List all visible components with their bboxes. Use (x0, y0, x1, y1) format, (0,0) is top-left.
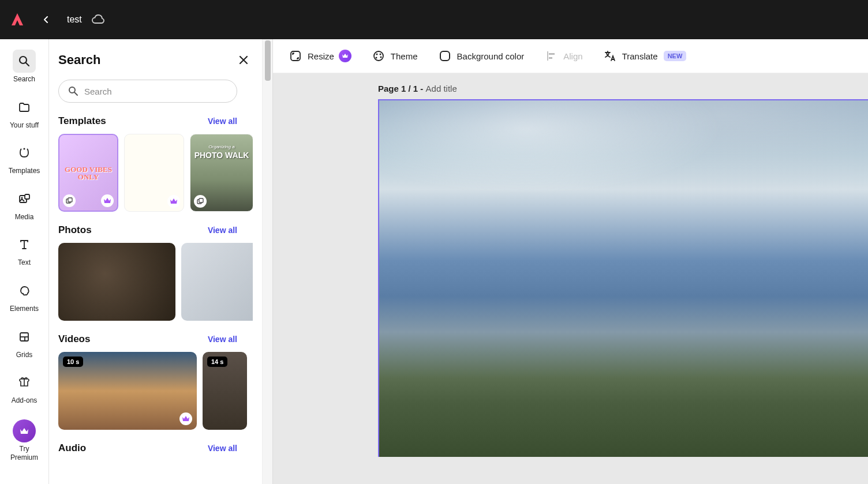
translate-button[interactable]: Translate NEW (604, 50, 687, 62)
rail-label: Templates (9, 167, 40, 176)
view-all-videos[interactable]: View all (208, 335, 237, 344)
search-icon (18, 55, 30, 67)
scrollbar-thumb[interactable] (265, 40, 271, 81)
svg-point-18 (379, 54, 381, 55)
rail-item-templates[interactable]: Templates (5, 138, 44, 181)
align-button: Align (545, 50, 582, 62)
resize-button[interactable]: Resize (289, 50, 351, 62)
svg-point-0 (20, 57, 27, 63)
premium-badge-icon (167, 195, 180, 208)
tool-label: Align (563, 51, 582, 61)
tool-label: Translate (622, 51, 658, 61)
resize-icon (289, 50, 302, 62)
rail-item-grids[interactable]: Grids (5, 322, 44, 365)
section-title-audio: Audio (58, 442, 86, 454)
tool-label: Resize (308, 51, 334, 61)
templates-row: GOOD VIBES ONLY Organizing aPHOTO WALK (58, 134, 253, 212)
media-icon (18, 193, 30, 205)
rail-label: Try Premium (5, 445, 44, 463)
svg-rect-5 (25, 194, 29, 199)
page-label[interactable]: Page 1 / 1 - Add title (378, 73, 868, 99)
rail-label: Elements (10, 305, 39, 314)
addon-icon (18, 377, 30, 388)
tool-label: Theme (391, 51, 418, 61)
svg-rect-12 (68, 198, 72, 202)
back-button[interactable] (37, 10, 55, 29)
translate-icon (604, 50, 616, 62)
template-icon (18, 147, 30, 159)
folder-icon (18, 102, 30, 113)
background-color-button[interactable]: Background color (439, 50, 525, 62)
search-input[interactable] (84, 87, 227, 96)
rail-item-search[interactable]: Search (5, 46, 44, 89)
rail-item-elements[interactable]: Elements (5, 276, 44, 318)
canvas-image[interactable] (378, 99, 868, 457)
view-all-photos[interactable]: View all (208, 226, 237, 235)
section-title-videos: Videos (58, 333, 90, 345)
rail-item-premium[interactable]: Try Premium (5, 416, 44, 467)
search-icon (68, 86, 78, 96)
view-all-templates[interactable]: View all (208, 117, 237, 126)
photo-thumb[interactable] (181, 243, 253, 321)
svg-point-2 (24, 148, 25, 150)
video-duration: 10 s (63, 357, 83, 367)
premium-badge-icon (101, 194, 114, 207)
app-logo[interactable] (9, 12, 25, 28)
rail-item-text[interactable]: Text (5, 230, 44, 272)
svg-rect-14 (199, 198, 203, 202)
view-all-audio[interactable]: View all (208, 444, 237, 453)
bg-color-icon (439, 50, 451, 62)
section-title-templates: Templates (58, 115, 106, 127)
rail-item-addons[interactable]: Add-ons (5, 367, 44, 410)
svg-point-17 (376, 54, 377, 55)
theme-button[interactable]: Theme (372, 50, 418, 62)
svg-point-20 (375, 57, 377, 59)
canvas-toolbar: Resize Theme Background color Align Tran… (273, 39, 868, 73)
videos-row: 10 s 14 s (58, 352, 253, 430)
layers-badge-icon (194, 195, 207, 208)
svg-rect-21 (440, 51, 450, 61)
rail-label: Text (18, 258, 31, 268)
svg-point-16 (374, 51, 383, 61)
video-thumb[interactable]: 14 s (203, 352, 247, 430)
svg-rect-23 (549, 53, 555, 55)
svg-rect-24 (549, 57, 552, 59)
rail-item-media[interactable]: Media (5, 184, 44, 227)
close-icon (238, 55, 249, 65)
section-title-photos: Photos (58, 224, 92, 236)
panel-title: Search (58, 52, 100, 67)
rail-label: Grids (16, 351, 33, 360)
layers-badge-icon (63, 194, 76, 207)
video-thumb[interactable]: 10 s (58, 352, 197, 430)
app-header: test (0, 0, 868, 39)
svg-point-19 (380, 57, 381, 58)
text-icon (18, 239, 30, 250)
left-rail: Search Your stuff Templates Media Text E… (0, 39, 49, 484)
rail-label: Add-ons (12, 396, 38, 406)
rail-label: Your stuff (10, 121, 39, 130)
svg-line-1 (26, 63, 29, 66)
close-panel-button[interactable] (234, 51, 253, 69)
template-thumb[interactable]: Organizing aPHOTO WALK (190, 134, 253, 212)
grid-icon (18, 331, 30, 343)
new-badge: NEW (664, 51, 687, 61)
premium-badge-icon (179, 412, 192, 425)
template-thumb[interactable] (124, 134, 184, 212)
video-duration: 14 s (207, 357, 227, 367)
panel-scrollbar[interactable] (263, 39, 273, 484)
template-thumb[interactable]: GOOD VIBES ONLY (58, 134, 118, 212)
search-panel: Search Templates View all GOOD VIBES ONL… (49, 39, 263, 484)
add-title-placeholder[interactable]: Add title (426, 84, 457, 93)
search-box[interactable] (58, 80, 237, 103)
chevron-left-icon (42, 16, 50, 24)
document-title[interactable]: test (67, 14, 82, 25)
template-caption: Organizing aPHOTO WALK (190, 145, 253, 160)
rail-label: Search (13, 75, 35, 84)
crown-icon (19, 426, 29, 436)
cloud-sync-icon[interactable] (91, 13, 105, 27)
svg-rect-15 (291, 51, 300, 61)
shape-icon (18, 285, 30, 297)
photo-thumb[interactable] (58, 243, 175, 321)
rail-item-your-stuff[interactable]: Your stuff (5, 92, 44, 135)
theme-icon (372, 50, 385, 62)
